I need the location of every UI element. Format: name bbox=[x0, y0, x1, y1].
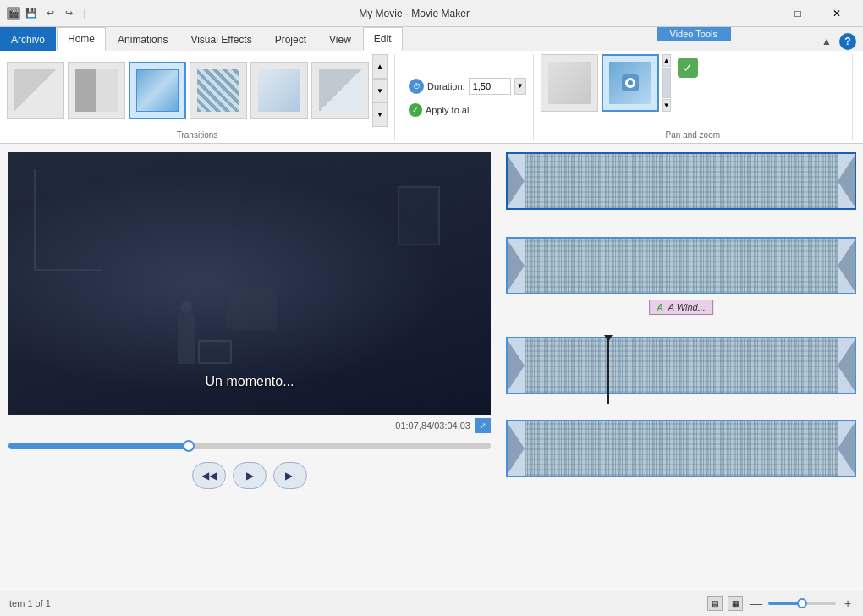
ribbon: ▲ ▼ ▼ Transitions ⏱ Duration: ▼ ✓ Apply … bbox=[0, 51, 863, 144]
playback-controls: ◀◀ ▶ ▶| bbox=[8, 455, 491, 496]
clip-track-3[interactable] bbox=[506, 337, 856, 394]
duration-row: ⏱ Duration: ▼ bbox=[409, 78, 526, 95]
app-icon-group: 🎬 💾 ↩ ↪ | bbox=[7, 6, 89, 21]
zoom-out-button[interactable]: — bbox=[748, 595, 765, 612]
panzoom-scroll-down[interactable]: ▼ bbox=[662, 99, 671, 112]
transition-thumb-2[interactable] bbox=[68, 62, 125, 119]
timecode-display: 01:07,84/03:04,03 bbox=[395, 421, 470, 431]
status-right: ▤ ▦ — + bbox=[707, 595, 856, 612]
panzoom-content: ▲ ▼ ✓ bbox=[541, 54, 845, 127]
fullscreen-button[interactable]: ⤢ bbox=[475, 418, 491, 433]
tab-edit[interactable]: Edit bbox=[363, 27, 403, 51]
transitions-scroll-up[interactable]: ▲ bbox=[372, 54, 388, 79]
transition-thumb-4[interactable] bbox=[190, 62, 247, 119]
clip-content-2 bbox=[525, 239, 838, 293]
apply-all-row: ✓ Apply to all bbox=[409, 103, 526, 117]
help-button[interactable]: ? bbox=[839, 33, 856, 50]
minimize-button[interactable]: — bbox=[739, 0, 778, 27]
text-clip-label-2[interactable]: A A Wind... bbox=[649, 300, 713, 315]
playback-slider-container bbox=[8, 437, 491, 455]
video-subtitle: Un momento... bbox=[206, 374, 294, 389]
panzoom-thumb-selected[interactable] bbox=[602, 54, 659, 112]
undo-button[interactable]: ↩ bbox=[42, 6, 58, 21]
transitions-scroll-down[interactable]: ▼ bbox=[372, 79, 388, 103]
playback-slider[interactable] bbox=[8, 443, 491, 449]
figure-head bbox=[180, 301, 192, 313]
clip-waveform-2 bbox=[525, 239, 838, 293]
tab-visual-effects[interactable]: Visual Effects bbox=[179, 27, 262, 51]
clip-content-1 bbox=[525, 154, 838, 208]
play-button[interactable]: ▶ bbox=[233, 462, 267, 489]
rewind-button[interactable]: ◀◀ bbox=[192, 462, 226, 489]
transition-thumb-6[interactable] bbox=[311, 62, 369, 119]
panzoom-side-controls: ▲ ▼ bbox=[662, 54, 671, 112]
figure-body bbox=[178, 313, 195, 364]
timeline-clip-3[interactable] bbox=[506, 337, 856, 394]
clip-content-3 bbox=[525, 338, 838, 393]
clip-track-1[interactable] bbox=[506, 152, 856, 210]
tab-animations[interactable]: Animations bbox=[107, 27, 179, 51]
zoom-controls: — + bbox=[748, 595, 856, 612]
scene-furniture bbox=[226, 288, 277, 330]
apply-all-button[interactable]: Apply to all bbox=[426, 105, 471, 115]
transitions-group: ▲ ▼ ▼ Transitions bbox=[7, 54, 395, 140]
panzoom-group: ▲ ▼ ✓ Pan and zoom bbox=[541, 54, 853, 140]
apply-check-icon: ✓ bbox=[409, 103, 422, 117]
transition-thumb-1[interactable] bbox=[7, 62, 64, 119]
close-button[interactable]: ✕ bbox=[817, 0, 856, 27]
transition-thumb-3[interactable] bbox=[129, 62, 186, 119]
panzoom-label: Pan and zoom bbox=[541, 127, 845, 140]
duration-input[interactable] bbox=[469, 78, 511, 95]
status-bar: Item 1 of 1 ▤ ▦ — + bbox=[0, 591, 863, 614]
tab-archivo[interactable]: Archivo bbox=[0, 27, 56, 51]
panzoom-scroll-thumb[interactable] bbox=[662, 68, 671, 97]
transitions-scroll-more[interactable]: ▼ bbox=[372, 102, 388, 127]
timecode-row: 01:07,84/03:04,03 ⤢ bbox=[8, 415, 491, 437]
timeline-scroll[interactable]: A A Wind... bbox=[503, 147, 860, 587]
duration-icon: ⏱ bbox=[409, 79, 424, 94]
text-clip-text-2: A Wind... bbox=[668, 302, 706, 312]
ribbon-collapse-button[interactable]: ▲ bbox=[817, 32, 836, 51]
transition-thumb-5[interactable] bbox=[250, 62, 308, 119]
title-bar: 🎬 💾 ↩ ↪ | My Movie - Movie Maker — □ ✕ bbox=[0, 0, 863, 27]
clip-track-4[interactable] bbox=[506, 420, 856, 477]
redo-button[interactable]: ↪ bbox=[61, 6, 76, 21]
clip-arrow-right-3 bbox=[838, 340, 855, 391]
transitions-content: ▲ ▼ ▼ bbox=[7, 54, 388, 127]
zoom-slider[interactable] bbox=[768, 602, 836, 605]
clip-track-2[interactable] bbox=[506, 237, 856, 294]
storyboard-view-button[interactable]: ▤ bbox=[707, 596, 723, 611]
clip-waveform-1 bbox=[525, 154, 838, 208]
clip-waveform-3 bbox=[525, 338, 838, 393]
scene-door bbox=[34, 169, 102, 271]
main-content: Un momento... 01:07,84/03:04,03 ⤢ ◀◀ ▶ ▶… bbox=[0, 144, 863, 591]
duration-dropdown[interactable]: ▼ bbox=[514, 78, 526, 95]
zoom-in-button[interactable]: + bbox=[839, 595, 856, 612]
step-button[interactable]: ▶| bbox=[273, 462, 307, 489]
clip-arrow-right-2 bbox=[838, 240, 855, 291]
preview-panel: Un momento... 01:07,84/03:04,03 ⤢ ◀◀ ▶ ▶… bbox=[0, 144, 499, 591]
timeline-clip-1[interactable] bbox=[506, 152, 856, 210]
maximize-button[interactable]: □ bbox=[778, 0, 817, 27]
timeline-view-button[interactable]: ▦ bbox=[728, 596, 743, 611]
video-background: Un momento... bbox=[8, 152, 491, 415]
transitions-scroll: ▲ ▼ ▼ bbox=[372, 54, 388, 127]
panzoom-scroll-up[interactable]: ▲ bbox=[662, 54, 671, 67]
save-button[interactable]: 💾 bbox=[24, 6, 39, 21]
clip-arrow-left-1 bbox=[508, 156, 525, 206]
panzoom-thumb-1[interactable] bbox=[541, 54, 598, 112]
clip-arrow-left-3 bbox=[508, 340, 525, 391]
timeline-clip-4[interactable] bbox=[506, 420, 856, 477]
tab-home[interactable]: Home bbox=[57, 27, 106, 51]
tab-project[interactable]: Project bbox=[264, 27, 317, 51]
preview-video: Un momento... bbox=[8, 152, 491, 415]
timeline-clip-2[interactable]: A A Wind... bbox=[506, 237, 856, 294]
window-title: My Movie - Movie Maker bbox=[89, 8, 739, 19]
clip-content-4 bbox=[525, 421, 838, 476]
window-controls: — □ ✕ bbox=[739, 0, 856, 27]
clip-gap-2 bbox=[503, 322, 860, 332]
panzoom-apply-button[interactable]: ✓ bbox=[678, 58, 698, 78]
clip-gap-3 bbox=[503, 399, 860, 415]
tab-view[interactable]: View bbox=[318, 27, 362, 51]
clip-arrow-left-2 bbox=[508, 240, 525, 291]
